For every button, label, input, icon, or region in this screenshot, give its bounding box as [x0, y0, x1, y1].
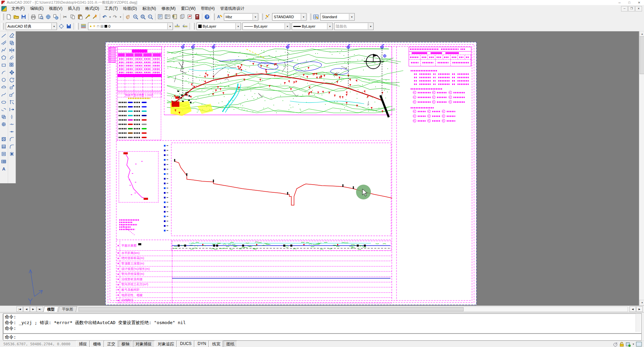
menu-item-3[interactable]: 插入(I)	[65, 5, 82, 12]
chevron-down-icon[interactable]: ▼	[253, 14, 258, 20]
draw-point-button[interactable]	[0, 128, 7, 135]
pan-button[interactable]	[124, 13, 132, 21]
doc-restore-button[interactable]: ❐	[628, 6, 635, 11]
draw-arc-button[interactable]	[0, 69, 7, 76]
toggle-捕捉[interactable]: 捕捉	[76, 341, 90, 347]
toolbar-grip[interactable]	[192, 23, 195, 30]
command-history[interactable]: 命令: 命令: _yczj ; 错误: *error* 函数中出错AutoCAD…	[3, 313, 642, 334]
zoom-window-button[interactable]	[139, 13, 147, 21]
toggle-线宽[interactable]: 线宽	[209, 341, 223, 347]
doc-close-button[interactable]: ✕	[635, 6, 642, 11]
zoom-previous-button[interactable]	[147, 13, 154, 21]
toggle-正交[interactable]: 正交	[105, 341, 118, 347]
block-editor-button[interactable]	[91, 13, 99, 21]
modify-explode-button[interactable]	[8, 150, 15, 158]
chevron-down-icon[interactable]: ▼	[235, 23, 241, 29]
toggle-图纸[interactable]: 图纸	[224, 341, 237, 347]
workspace-settings-icon[interactable]	[58, 23, 65, 30]
plot-button[interactable]	[30, 13, 37, 21]
menu-item-8[interactable]: 修改(M)	[159, 5, 178, 12]
layer-on-bulb-icon[interactable]: ●	[90, 25, 92, 28]
chevron-down-icon[interactable]: ▼	[301, 14, 306, 20]
horizontal-scrollbar[interactable]	[78, 307, 628, 312]
modify-trim-button[interactable]	[8, 98, 15, 106]
modify-break-button[interactable]	[8, 121, 15, 128]
scroll-down-icon[interactable]: ▼	[639, 300, 644, 306]
toggle-DUCS[interactable]: DUCS	[177, 341, 194, 347]
toggle-对象捕捉[interactable]: 对象捕捉	[133, 341, 154, 347]
menu-item-0[interactable]: 文件(F)	[9, 5, 27, 12]
copy-button[interactable]	[69, 13, 77, 21]
menu-item-11[interactable]: 管道线路设计	[217, 5, 247, 12]
menu-item-5[interactable]: 工具(T)	[102, 5, 120, 12]
toggle-极轴[interactable]: 极轴	[119, 341, 132, 347]
draw-rectangle-button[interactable]	[0, 61, 7, 69]
text-style-icon[interactable]: A	[216, 13, 223, 21]
draw-multiline-text-button[interactable]: A	[0, 165, 7, 172]
toolbar-lock-icon[interactable]	[619, 342, 624, 347]
layer-combo[interactable]: ● ☀ ⊓ ▤ 0 ▼	[88, 23, 173, 30]
modify-break-at-point-button[interactable]	[8, 113, 15, 121]
sheetset-manager-button[interactable]	[179, 13, 186, 21]
clean-screen-button[interactable]	[636, 342, 642, 347]
text-style-combo[interactable]: Hbz▼	[224, 13, 258, 21]
hscroll-right-icon[interactable]: ▶	[636, 306, 643, 312]
draw-insert-block-button[interactable]	[0, 113, 7, 121]
redo-button[interactable]: ↷	[112, 13, 119, 21]
toggle-DYN[interactable]: DYN	[195, 341, 209, 347]
modify-array-button[interactable]	[8, 61, 15, 69]
chevron-down-icon[interactable]: ▼	[327, 23, 332, 29]
undo-button[interactable]: ↶	[101, 13, 109, 21]
tab-nav-next[interactable]: ▶	[30, 306, 36, 312]
tool-palettes-button[interactable]	[171, 13, 179, 21]
modify-copy-button[interactable]	[8, 39, 15, 46]
draw-circle-button[interactable]	[0, 76, 7, 84]
draw-polyline-button[interactable]	[0, 46, 7, 54]
horizontal-scroll-thumb[interactable]	[79, 307, 464, 311]
dim-style-icon[interactable]	[264, 13, 271, 21]
make-object-layer-current-icon[interactable]	[174, 23, 181, 30]
designcenter-button[interactable]	[164, 13, 171, 21]
menu-item-4[interactable]: 格式(O)	[83, 5, 102, 12]
markup-set-manager-button[interactable]	[186, 13, 194, 21]
draw-construction-line-button[interactable]	[0, 39, 7, 46]
layer-plot-icon[interactable]: ▤	[100, 25, 104, 28]
layer-previous-icon[interactable]	[181, 23, 188, 30]
command-input[interactable]: 命令:	[3, 334, 642, 341]
draw-make-block-button[interactable]	[0, 121, 7, 128]
modify-fillet-button[interactable]	[8, 143, 15, 150]
save-button[interactable]	[20, 13, 27, 21]
table-style-combo[interactable]: Standard▼	[320, 13, 355, 21]
chevron-down-icon[interactable]: ▼	[285, 23, 290, 29]
help-button[interactable]: ?	[203, 13, 211, 21]
properties-button[interactable]	[156, 13, 164, 21]
toolbar-grip[interactable]	[1, 13, 4, 20]
layer-lock-icon[interactable]: ⊓	[97, 25, 99, 28]
modify-erase-button[interactable]	[8, 32, 15, 39]
maximize-button[interactable]: □	[624, 0, 634, 5]
modify-chamfer-button[interactable]	[8, 135, 15, 143]
quickcalc-button[interactable]	[194, 13, 201, 21]
draw-spline-button[interactable]	[0, 91, 7, 98]
linetype-combo[interactable]: ByLayer ▼	[242, 23, 290, 30]
tab-nav-prev[interactable]: ◀	[23, 306, 30, 312]
draw-ellipse-arc-button[interactable]	[0, 106, 7, 113]
publish-dwf-button[interactable]	[52, 13, 59, 21]
chevron-down-icon[interactable]: ▼	[349, 14, 354, 20]
draw-ellipse-button[interactable]	[0, 98, 7, 106]
draw-gradient-button[interactable]	[0, 143, 7, 150]
toolbar-grip[interactable]	[260, 13, 263, 20]
tab-model[interactable]: 模型	[43, 306, 59, 312]
tray-settings-icon[interactable]	[625, 342, 631, 347]
draw-line-button[interactable]	[0, 32, 7, 39]
menu-item-9[interactable]: 窗口(W)	[178, 5, 198, 12]
toolbar-grip[interactable]	[212, 13, 215, 20]
toggle-对象追踪[interactable]: 对象追踪	[155, 341, 177, 347]
toolbar-grip[interactable]	[76, 23, 79, 30]
modify-scale-button[interactable]	[8, 84, 15, 91]
menu-item-7[interactable]: 标注(N)	[140, 5, 159, 12]
color-combo[interactable]: ByLayer ▼	[197, 23, 241, 30]
draw-table-button[interactable]	[0, 158, 7, 165]
communication-center-icon[interactable]	[613, 342, 618, 347]
workspace-save-icon[interactable]	[65, 23, 72, 30]
